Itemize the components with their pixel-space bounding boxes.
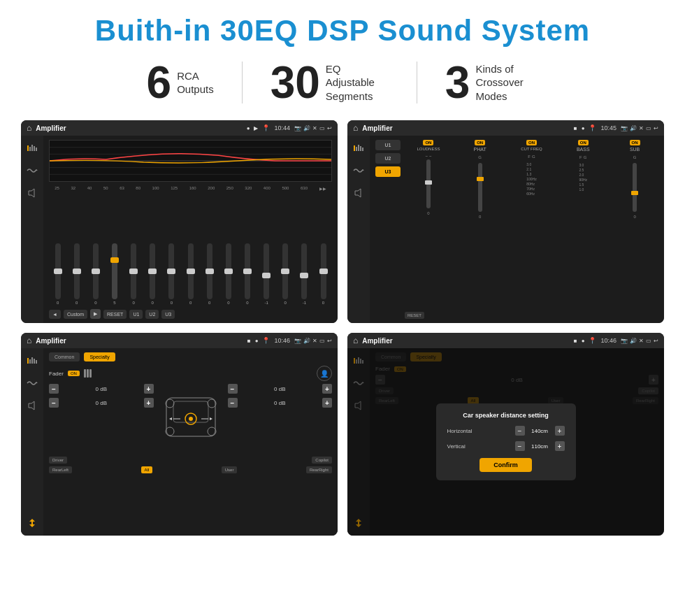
eq-icon-3[interactable] — [25, 354, 39, 368]
eq-screen: ⌂ Amplifier ● ▶ 📍 10:44 📷🔊✕▭↩ — [21, 120, 338, 323]
speaker-icon[interactable] — [25, 186, 39, 200]
dot-icon-3: ● — [582, 125, 585, 131]
db-minus-3[interactable]: − — [228, 384, 238, 394]
status-icons-3: 📷🔊✕▭↩ — [294, 338, 332, 344]
svg-rect-3 — [34, 146, 35, 151]
db-row-3: − 0 dB + — [228, 384, 333, 394]
eq-icon-2[interactable] — [352, 141, 366, 155]
bass-col: ON BASS F G 3.0 2.5 2.0 9 — [559, 140, 607, 309]
db-val-4: 0 dB — [240, 400, 321, 406]
svg-marker-16 — [355, 189, 361, 197]
speaker-icon-2[interactable] — [352, 186, 366, 200]
eq-prev-button[interactable]: ◄ — [49, 310, 61, 319]
eq-u2-button[interactable]: U2 — [145, 310, 159, 319]
crossover-reset-button[interactable]: RESET — [405, 312, 424, 319]
eq-bottom-bar: ◄ Custom ▶ RESET U1 U2 U3 — [49, 309, 332, 319]
dialog-horizontal-minus[interactable]: − — [515, 426, 525, 436]
rearleft-button[interactable]: RearLeft — [49, 466, 72, 473]
fader-bottom-buttons: RearLeft All User RearRight — [49, 466, 332, 473]
specialty-tab[interactable]: Specialty — [84, 352, 115, 361]
eq-slider-5: 0 — [144, 243, 161, 305]
home-icon-4[interactable]: ⌂ — [353, 336, 358, 345]
dialog-horizontal-plus[interactable]: + — [555, 426, 565, 436]
db-minus-4[interactable]: − — [228, 398, 238, 408]
bass-label: BASS — [577, 147, 590, 152]
svg-rect-15 — [362, 148, 363, 151]
arrows-icon[interactable] — [25, 516, 39, 530]
dialog-screen: ⌂ Amplifier ■ ● 📍 10:46 📷🔊✕▭↩ — [347, 333, 664, 536]
db-minus-1[interactable]: − — [49, 384, 59, 394]
wave-icon-3[interactable] — [25, 376, 39, 390]
dot-icon-7: ● — [582, 338, 585, 344]
fader-tabs: Common Specialty — [49, 352, 332, 361]
confirm-button[interactable]: Confirm — [480, 458, 532, 472]
eq-slider-8: 0 — [201, 243, 218, 305]
dialog-horizontal-label: Horizontal — [447, 428, 473, 434]
db-plus-1[interactable]: + — [144, 384, 154, 394]
crossover-u2-button[interactable]: U2 — [375, 153, 401, 164]
dialog-screen-bar: ⌂ Amplifier ■ ● 📍 10:46 📷🔊✕▭↩ — [347, 333, 664, 348]
common-tab[interactable]: Common — [49, 352, 80, 361]
phat-on-badge: ON — [475, 140, 485, 145]
dialog-vertical-control: − 110cm + — [515, 441, 565, 451]
eq-screen-bar: ⌂ Amplifier ● ▶ 📍 10:44 📷🔊✕▭↩ — [21, 120, 338, 136]
fader-on-button[interactable]: ON — [68, 371, 80, 376]
all-button[interactable]: All — [141, 466, 153, 473]
dot-icon: ● — [247, 125, 250, 131]
loudness-on-badge: ON — [423, 140, 433, 145]
svg-rect-2 — [31, 145, 33, 151]
driver-button[interactable]: Driver — [49, 457, 67, 464]
eq-slider-13: -1 — [296, 243, 313, 305]
cutfreq-on-badge: ON — [526, 140, 537, 145]
home-icon-2[interactable]: ⌂ — [353, 123, 358, 133]
home-icon[interactable]: ⌂ — [27, 123, 31, 133]
location-icon-2: 📍 — [589, 124, 596, 131]
eq-slider-6: 0 — [163, 243, 180, 305]
db-minus-2[interactable]: − — [49, 398, 59, 408]
eq-u1-button[interactable]: U1 — [129, 310, 143, 319]
stat-crossover-number: 3 — [445, 60, 470, 105]
dialog-horizontal-control: − 140cm + — [515, 426, 565, 436]
sub-label: SUB — [630, 147, 640, 152]
eq-slider-12: 0 — [277, 243, 294, 305]
crossover-controls: ON LOUDNESS ~ ~ 0 — [405, 140, 658, 319]
status-icons: 📷🔊✕▭↩ — [294, 125, 332, 131]
eq-play-button[interactable]: ▶ — [90, 309, 101, 319]
eq-graph — [49, 140, 332, 182]
crossover-channels: ON LOUDNESS ~ ~ 0 — [405, 140, 658, 309]
user-button[interactable]: User — [222, 466, 238, 473]
phat-label: PHAT — [474, 147, 486, 152]
crossover-main: U1 U2 U3 ON LOUDNESS ~ ~ — [370, 136, 664, 323]
crossover-u3-button[interactable]: U3 — [375, 166, 401, 177]
db-plus-2[interactable]: + — [144, 398, 154, 408]
eq-freq-labels: 2532405063 80100125160200 25032040050063… — [49, 186, 332, 191]
eq-slider-11: -1 — [258, 243, 275, 305]
eq-icon[interactable] — [25, 141, 39, 155]
dialog-vertical-label: Vertical — [447, 443, 466, 450]
home-icon-3[interactable]: ⌂ — [27, 336, 31, 345]
eq-custom-button[interactable]: Custom — [64, 310, 87, 319]
dot-icon-2: ■ — [574, 125, 577, 131]
db-plus-4[interactable]: + — [322, 398, 332, 408]
stats-row: 6 RCAOutputs 30 EQ AdjustableSegments 3 … — [21, 60, 664, 105]
dialog-vertical-plus[interactable]: + — [555, 441, 565, 451]
dialog-vertical-minus[interactable]: − — [515, 441, 525, 451]
sub-col: ON SUB G 0 — [611, 140, 658, 309]
crossover-u1-button[interactable]: U1 — [375, 140, 401, 150]
eq-u3-button[interactable]: U3 — [161, 310, 175, 319]
wave-icon[interactable] — [25, 164, 39, 178]
stat-crossover: 3 Kinds ofCrossover Modes — [417, 60, 567, 105]
db-plus-3[interactable]: + — [322, 384, 332, 394]
eq-reset-button[interactable]: RESET — [103, 310, 127, 319]
rearright-button[interactable]: RearRight — [306, 466, 332, 473]
fader-main: Common Specialty Fader ON 👤 — [43, 348, 338, 536]
dialog-vertical-value: 110cm — [528, 443, 552, 450]
eq-sliders: 0 0 0 5 — [49, 194, 332, 305]
speaker-icon-3[interactable] — [25, 399, 39, 413]
db-row-2: − 0 dB + — [49, 398, 154, 408]
svg-marker-34 — [210, 417, 212, 420]
copilot-button[interactable]: Copilot — [312, 457, 332, 464]
wave-icon-2[interactable] — [352, 164, 366, 178]
dialog-title: Car speaker distance setting — [447, 412, 565, 419]
fader-right-controls: − 0 dB + − 0 dB + — [228, 384, 333, 454]
